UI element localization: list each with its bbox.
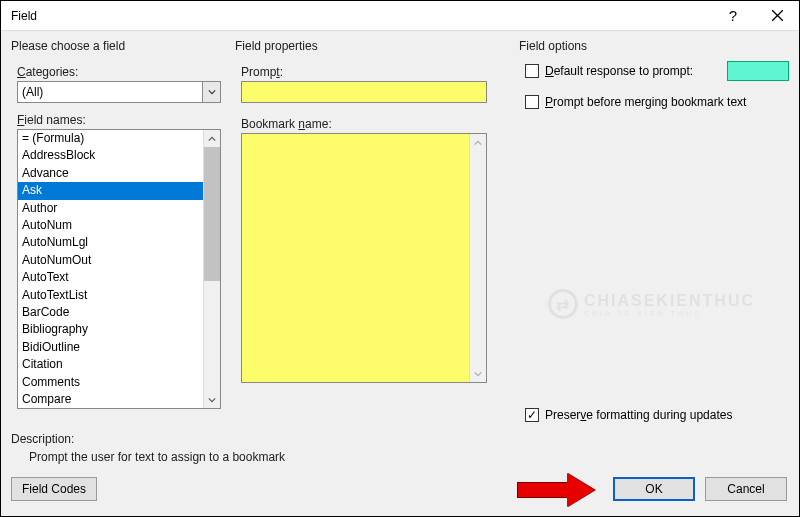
field-options-group-label: Field options: [519, 39, 789, 53]
dialog-content: Please choose a field Categories: Field …: [1, 31, 799, 426]
bookmark-name-listbox[interactable]: [241, 133, 487, 383]
ok-button[interactable]: OK: [613, 477, 695, 501]
close-icon: [772, 10, 783, 21]
list-item[interactable]: AutoText: [18, 269, 203, 286]
list-item[interactable]: Bibliography: [18, 321, 203, 338]
categories-label: Categories:: [17, 65, 221, 79]
list-item[interactable]: Compare: [18, 391, 203, 408]
preserve-formatting-label: Preserve formatting during updates: [545, 408, 732, 422]
list-item[interactable]: AutoNumLgl: [18, 234, 203, 251]
scroll-down-button[interactable]: [470, 365, 486, 382]
prompt-before-merge-checkbox[interactable]: [525, 95, 539, 109]
chevron-down-icon: [208, 396, 216, 404]
bookmark-name-label: Bookmark name:: [241, 117, 505, 131]
titlebar: Field ?: [1, 1, 799, 31]
help-button[interactable]: ?: [711, 1, 755, 31]
list-item[interactable]: AddressBlock: [18, 147, 203, 164]
field-properties-group-label: Field properties: [235, 39, 505, 53]
chevron-down-icon: [474, 370, 482, 378]
preserve-formatting-checkbox[interactable]: [525, 408, 539, 422]
prompt-input[interactable]: [241, 81, 487, 103]
scroll-up-button[interactable]: [204, 130, 220, 147]
description-area: Description: Prompt the user for text to…: [1, 426, 799, 464]
fieldnames-list[interactable]: = (Formula) AddressBlock Advance Ask Aut…: [18, 130, 203, 408]
titlebar-title: Field: [1, 9, 711, 23]
list-item[interactable]: Comments: [18, 374, 203, 391]
field-dialog: Field ? Please choose a field Categories…: [0, 0, 800, 517]
close-button[interactable]: [755, 1, 799, 31]
list-item[interactable]: BidiOutline: [18, 339, 203, 356]
bookmark-list[interactable]: [242, 134, 469, 382]
list-item[interactable]: AutoTextList: [18, 287, 203, 304]
description-text: Prompt the user for text to assign to a …: [11, 446, 799, 464]
default-response-input[interactable]: [727, 61, 789, 81]
list-item[interactable]: Author: [18, 200, 203, 217]
list-item[interactable]: AutoNum: [18, 217, 203, 234]
list-item[interactable]: Citation: [18, 356, 203, 373]
default-response-label: Default response to prompt:: [545, 64, 693, 78]
fieldnames-scrollbar[interactable]: [203, 130, 220, 408]
categories-input[interactable]: [17, 81, 203, 103]
scroll-track[interactable]: [470, 151, 486, 365]
categories-combo[interactable]: [17, 81, 221, 103]
list-item[interactable]: Advance: [18, 165, 203, 182]
field-options-column: Field options Default response to prompt…: [505, 39, 789, 426]
scroll-track[interactable]: [204, 147, 220, 391]
prompt-before-merge-row: Prompt before merging bookmark text: [525, 95, 789, 109]
categories-dropdown-button[interactable]: [203, 81, 221, 103]
list-item[interactable]: BarCode: [18, 304, 203, 321]
chevron-down-icon: [208, 88, 216, 96]
chevron-up-icon: [208, 135, 216, 143]
description-label: Description:: [11, 432, 799, 446]
choose-field-column: Please choose a field Categories: Field …: [11, 39, 221, 426]
scroll-down-button[interactable]: [204, 391, 220, 408]
list-item[interactable]: AutoNumOut: [18, 252, 203, 269]
fieldnames-label: Field names:: [17, 113, 221, 127]
fieldnames-listbox[interactable]: = (Formula) AddressBlock Advance Ask Aut…: [17, 129, 221, 409]
list-item[interactable]: Ask: [18, 182, 203, 199]
default-response-row: Default response to prompt:: [525, 61, 789, 81]
list-item[interactable]: = (Formula): [18, 130, 203, 147]
choose-field-group-label: Please choose a field: [11, 39, 221, 53]
default-response-checkbox[interactable]: [525, 64, 539, 78]
cancel-button[interactable]: Cancel: [705, 477, 787, 501]
field-properties-column: Field properties Prompt: Bookmark name:: [221, 39, 505, 426]
bookmark-scrollbar[interactable]: [469, 134, 486, 382]
chevron-up-icon: [474, 139, 482, 147]
prompt-before-merge-label: Prompt before merging bookmark text: [545, 95, 746, 109]
dialog-footer: Field Codes OK Cancel: [1, 464, 799, 516]
prompt-label: Prompt:: [241, 65, 505, 79]
annotation-arrow: [517, 474, 597, 504]
preserve-formatting-row: Preserve formatting during updates: [525, 408, 789, 422]
scroll-up-button[interactable]: [470, 134, 486, 151]
scroll-thumb[interactable]: [204, 147, 220, 281]
field-codes-button[interactable]: Field Codes: [11, 477, 97, 501]
